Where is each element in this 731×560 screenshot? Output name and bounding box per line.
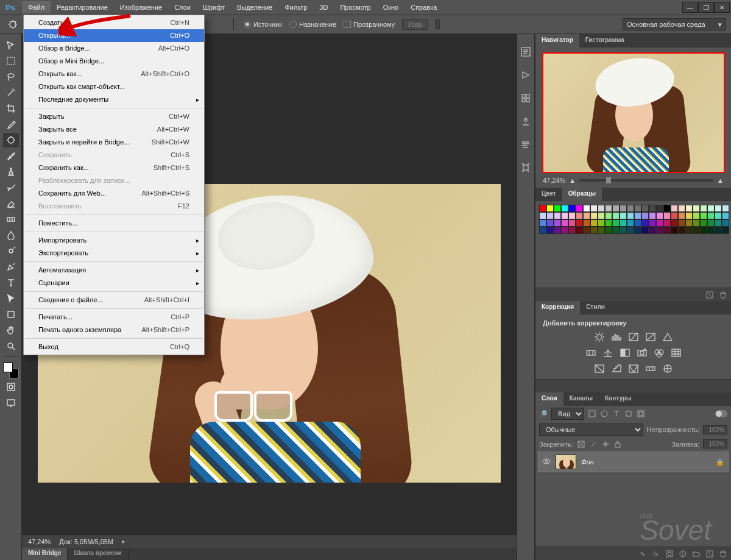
swatch-cell[interactable] — [656, 219, 663, 227]
swatch-cell[interactable] — [663, 219, 671, 227]
menu-item[interactable]: Создать...Ctrl+N — [24, 16, 204, 29]
swatch-cell[interactable] — [598, 227, 605, 234]
actions-panel-icon[interactable] — [520, 69, 531, 82]
swatch-cell[interactable] — [539, 205, 546, 212]
filter-pixel-icon[interactable] — [588, 409, 596, 418]
swatch-cell[interactable] — [700, 227, 707, 234]
menu-просмотр[interactable]: Просмотр — [334, 1, 376, 13]
swatch-cell[interactable] — [671, 205, 678, 212]
swatch-cell[interactable] — [678, 212, 685, 219]
workspace-selector[interactable]: Основная рабочая среда▾ — [623, 18, 726, 30]
exposure-icon[interactable] — [644, 331, 657, 342]
swatch-cell[interactable] — [627, 227, 634, 234]
swatch-cell[interactable] — [685, 205, 693, 212]
zoom-status[interactable]: 47,24% — [28, 538, 51, 545]
swatch-cell[interactable] — [627, 212, 634, 219]
gradient-tool[interactable] — [3, 212, 19, 227]
navigator-preview[interactable] — [542, 52, 725, 173]
swatch-cell[interactable] — [568, 219, 576, 227]
swatch-cell[interactable] — [583, 227, 590, 234]
menu-item[interactable]: Сценарии — [24, 277, 204, 289]
swatch-cell[interactable] — [598, 212, 605, 219]
menu-item[interactable]: Обзор в Mini Bridge... — [24, 55, 204, 68]
delete-layer-icon[interactable] — [719, 550, 727, 558]
zoom-in-icon[interactable]: ▲ — [717, 177, 724, 184]
swatch-cell[interactable] — [539, 219, 546, 227]
swatch-cell[interactable] — [707, 227, 715, 234]
swatch-cell[interactable] — [605, 219, 612, 227]
swatch-cell[interactable] — [583, 205, 590, 212]
swatch-cell[interactable] — [612, 227, 620, 234]
brush-tool[interactable] — [3, 149, 19, 163]
swatch-cell[interactable] — [685, 227, 693, 234]
swatch-cell[interactable] — [641, 205, 649, 212]
filter-kind-select[interactable]: Вид — [551, 408, 584, 420]
zoom-tool[interactable] — [3, 339, 19, 353]
swatch-cell[interactable] — [641, 219, 649, 227]
tab-timeline[interactable]: Шкала времени — [68, 548, 128, 560]
marquee-tool[interactable] — [3, 54, 19, 68]
swatch-cell[interactable] — [546, 205, 554, 212]
visibility-toggle[interactable] — [542, 457, 551, 467]
lookup-icon[interactable] — [670, 347, 682, 358]
swatch-cell[interactable] — [561, 219, 568, 227]
pattern-button[interactable]: Узор — [402, 19, 428, 30]
swatch-cell[interactable] — [678, 219, 685, 227]
quickmask-tool[interactable] — [3, 380, 19, 394]
swatch-cell[interactable] — [722, 227, 729, 234]
swatch-cell[interactable] — [568, 212, 576, 219]
tab-mini-bridge[interactable]: Mini Bridge — [22, 548, 68, 560]
menu-item[interactable]: Импортировать — [24, 234, 204, 247]
bw-icon[interactable] — [619, 347, 631, 358]
menu-item[interactable]: Сохранить как...Shift+Ctrl+S — [24, 161, 204, 174]
selective-color-icon[interactable] — [662, 363, 674, 374]
swatch-cell[interactable] — [634, 212, 641, 219]
swatch-cell[interactable] — [554, 205, 561, 212]
swatch-cell[interactable] — [620, 219, 627, 227]
new-swatch-icon[interactable] — [705, 291, 714, 299]
swatch-cell[interactable] — [620, 205, 627, 212]
filter-type-icon[interactable] — [612, 409, 621, 418]
swatch-cell[interactable] — [678, 227, 685, 234]
swatch-cell[interactable] — [656, 227, 663, 234]
layer-thumbnail[interactable] — [556, 455, 576, 469]
swatch-cell[interactable] — [627, 219, 634, 227]
menu-item[interactable]: Поместить... — [24, 217, 204, 230]
menu-файл[interactable]: Файл — [22, 1, 51, 13]
tab-paths[interactable]: Контуры — [599, 392, 637, 406]
swatch-cell[interactable] — [590, 227, 598, 234]
swatch-cell[interactable] — [707, 205, 715, 212]
fill-input[interactable]: 100% — [703, 439, 727, 448]
swatch-cell[interactable] — [722, 219, 729, 227]
paragraph-panel-icon[interactable] — [520, 139, 531, 151]
gradient-map-icon[interactable] — [644, 363, 657, 374]
swatch-cell[interactable] — [554, 212, 561, 219]
tab-layers[interactable]: Слои — [535, 392, 563, 406]
destination-radio[interactable]: Назначение — [289, 21, 336, 28]
swatch-cell[interactable] — [612, 212, 620, 219]
menu-item[interactable]: Сведения о файле...Alt+Shift+Ctrl+I — [24, 294, 204, 307]
swatch-cell[interactable] — [707, 219, 715, 227]
swatch-cell[interactable] — [561, 227, 568, 234]
swatch-cell[interactable] — [700, 205, 707, 212]
swatch-cell[interactable] — [598, 219, 605, 227]
swatch-cell[interactable] — [641, 212, 649, 219]
layer-fx-icon[interactable]: fx — [652, 550, 660, 558]
swatch-cell[interactable] — [634, 227, 641, 234]
menu-слои[interactable]: Слои — [168, 1, 197, 13]
invert-icon[interactable] — [593, 363, 606, 374]
layer-mask-icon[interactable] — [665, 550, 674, 558]
move-tool[interactable] — [3, 38, 19, 52]
zoom-out-icon[interactable]: ▲ — [569, 177, 576, 184]
swatch-cell[interactable] — [649, 227, 656, 234]
swatch-grid[interactable] — [538, 204, 729, 235]
status-flyout-icon[interactable]: ▸ — [122, 537, 125, 545]
swatch-cell[interactable] — [583, 212, 590, 219]
layer-item[interactable]: Фон 🔒 — [538, 452, 729, 472]
lock-all-icon[interactable] — [613, 440, 622, 448]
history-brush-tool[interactable] — [3, 180, 19, 195]
color-swatches[interactable] — [3, 363, 19, 378]
new-layer-icon[interactable] — [705, 550, 714, 558]
swatch-cell[interactable] — [605, 227, 612, 234]
swatch-cell[interactable] — [576, 212, 583, 219]
